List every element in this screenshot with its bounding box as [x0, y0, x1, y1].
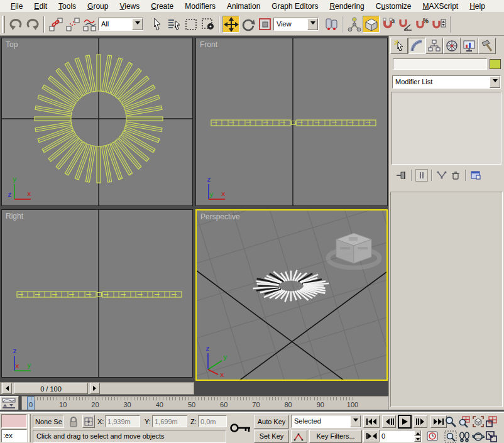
tab-hierarchy[interactable]	[425, 38, 443, 54]
menu-animation[interactable]: Animation	[221, 0, 266, 13]
angle-snap-toggle-icon[interactable]	[397, 16, 414, 33]
dropdown-arrow-icon[interactable]	[307, 18, 318, 30]
key-filters-button[interactable]: Key Filters...	[309, 430, 362, 443]
time-slider-handle[interactable]: 0 / 100	[14, 383, 88, 394]
viewport-perspective[interactable]: Perspective z y x	[195, 209, 388, 381]
redo-icon[interactable]	[24, 16, 41, 33]
default-in-out-tangents-icon[interactable]	[291, 430, 307, 443]
select-and-manipulate-icon[interactable]	[346, 16, 363, 33]
spinner-up-icon[interactable]	[414, 430, 421, 436]
selection-lock-icon[interactable]	[67, 415, 80, 428]
percent-snap-toggle-icon[interactable]: %	[414, 16, 430, 33]
key-selection-dropdown[interactable]: Selected	[291, 415, 361, 428]
make-unique-icon[interactable]	[436, 169, 448, 182]
remove-modifier-icon[interactable]	[449, 169, 462, 182]
current-frame-input[interactable]	[380, 430, 414, 442]
zoom-extents-icon[interactable]	[471, 415, 485, 428]
rectangular-selection-region-icon[interactable]	[182, 16, 199, 33]
menu-group[interactable]: Group	[82, 0, 114, 13]
show-end-result-icon[interactable]	[415, 169, 428, 182]
viewport-front-label[interactable]: Front	[200, 40, 217, 49]
tab-modify[interactable]	[408, 38, 425, 54]
unlink-selection-icon[interactable]	[64, 16, 81, 33]
x-coord-field[interactable]	[105, 415, 140, 427]
tab-display[interactable]	[461, 38, 478, 54]
open-mini-curve-editor-button[interactable]	[0, 396, 19, 410]
tab-create[interactable]	[390, 38, 408, 54]
y-coord-field[interactable]	[152, 415, 187, 427]
menu-edit[interactable]: Edit	[28, 0, 53, 13]
modifier-stack-list[interactable]	[392, 92, 501, 165]
snap-toggle-3d-icon[interactable]	[363, 16, 380, 33]
min-max-toggle-icon[interactable]	[485, 430, 498, 443]
time-configuration-icon[interactable]	[427, 430, 439, 442]
select-by-name-icon[interactable]	[165, 16, 182, 33]
modifier-list-dropdown[interactable]: Modifier List	[392, 75, 501, 89]
menu-views[interactable]: Views	[114, 0, 145, 13]
menu-graph-editors[interactable]: Graph Editors	[266, 0, 324, 13]
reference-coordinate-dropdown[interactable]: View	[273, 18, 319, 31]
dropdown-arrow-icon[interactable]	[132, 18, 143, 30]
maxscript-mini-listener[interactable]: :ex	[1, 429, 27, 442]
select-and-uniform-scale-icon[interactable]	[256, 16, 273, 33]
menu-customize[interactable]: Customize	[370, 0, 417, 13]
menu-help[interactable]: Help	[464, 0, 491, 13]
play-animation-icon[interactable]	[398, 415, 412, 429]
arc-rotate-icon[interactable]	[471, 430, 485, 443]
next-frame-icon[interactable]	[414, 415, 427, 428]
tab-motion[interactable]	[443, 38, 461, 54]
undo-icon[interactable]	[7, 16, 24, 33]
viewport-perspective-label[interactable]: Perspective	[200, 212, 240, 221]
menu-rendering[interactable]: Rendering	[324, 0, 370, 13]
tab-utilities[interactable]	[478, 38, 496, 54]
zoom-extents-all-icon[interactable]	[485, 415, 498, 428]
pan-view-icon[interactable]	[457, 430, 471, 443]
menu-create[interactable]: Create	[145, 0, 179, 13]
absolute-offset-mode-icon[interactable]	[82, 415, 95, 428]
object-color-swatch[interactable]	[490, 59, 501, 69]
time-ruler[interactable]: 0102030405060708090100	[21, 396, 388, 410]
viewport-top-label[interactable]: Top	[6, 40, 18, 49]
rollout-area[interactable]	[390, 192, 503, 407]
time-slider-next-arrow[interactable]	[90, 383, 100, 394]
zoom-all-icon[interactable]	[457, 415, 471, 428]
select-and-rotate-icon[interactable]	[239, 16, 256, 33]
object-name-field[interactable]	[393, 58, 487, 70]
previous-frame-icon[interactable]	[382, 415, 396, 428]
go-to-start-icon[interactable]	[363, 415, 380, 428]
toolbar-drag-handle[interactable]	[2, 16, 5, 33]
select-object-icon[interactable]	[148, 16, 165, 33]
snap-toggle-icon[interactable]: 3	[380, 16, 397, 33]
menu-modifiers[interactable]: Modifiers	[179, 0, 221, 13]
use-pivot-point-center-icon[interactable]	[322, 16, 339, 33]
pin-stack-icon[interactable]	[395, 169, 408, 182]
menu-file[interactable]: File	[5, 0, 28, 13]
select-and-move-icon[interactable]	[222, 16, 239, 33]
viewport-top[interactable]: Top y x z	[1, 38, 193, 206]
viewport-right[interactable]: Right z y x	[1, 209, 193, 378]
region-zoom-icon[interactable]	[444, 430, 457, 443]
time-slider-prev-arrow[interactable]	[2, 383, 12, 394]
menu-tools[interactable]: Tools	[53, 0, 82, 13]
selection-filter-dropdown[interactable]: All	[98, 18, 143, 31]
svg-text:x: x	[15, 362, 19, 370]
zoom-icon[interactable]	[444, 415, 457, 428]
spinner-down-icon[interactable]	[414, 436, 421, 442]
bind-to-space-warp-icon[interactable]	[81, 16, 98, 33]
dropdown-arrow-icon[interactable]	[490, 76, 500, 88]
z-coord-field[interactable]	[198, 415, 227, 427]
spinner-snap-toggle-icon[interactable]	[430, 16, 447, 33]
viewport-front[interactable]: Front z x y	[195, 38, 388, 206]
maxscript-macro-recorder[interactable]	[1, 414, 27, 428]
key-mode-toggle-icon[interactable]	[363, 430, 380, 442]
dropdown-arrow-icon[interactable]	[350, 415, 361, 427]
menu-maxscript[interactable]: MAXScript	[417, 0, 464, 13]
configure-modifier-sets-icon[interactable]	[469, 169, 482, 182]
window-crossing-toggle-icon[interactable]	[199, 16, 216, 33]
set-keys-icon[interactable]	[229, 417, 253, 439]
viewport-right-label[interactable]: Right	[6, 212, 23, 221]
listener-splitter[interactable]	[28, 414, 31, 442]
select-and-link-icon[interactable]	[47, 16, 64, 33]
set-key-button[interactable]: Set Key	[254, 430, 289, 443]
auto-key-button[interactable]: Auto Key	[254, 415, 289, 429]
